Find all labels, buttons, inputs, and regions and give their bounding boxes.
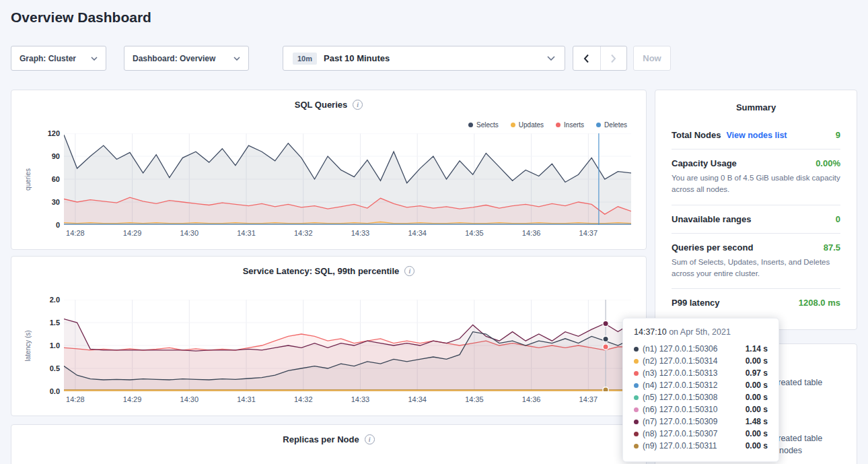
capacity-usage-value: 0.00% <box>816 158 840 168</box>
summary-row-unavailable-ranges: Unavailable ranges 0 <box>672 214 840 224</box>
tooltip-time: 14:37:10 <box>634 327 667 337</box>
now-button-label: Now <box>643 53 661 63</box>
queries-per-second-description: Sum of Selects, Updates, Inserts, and De… <box>672 257 840 280</box>
tooltip-node-row: (n4) 127.0.0.1:503120.00 s <box>634 379 768 391</box>
legend-item[interactable]: Deletes <box>596 121 627 129</box>
x-axis-tick: 14:34 <box>408 229 427 237</box>
tooltip-header: 14:37:10 on Apr 5th, 2021 <box>634 327 768 337</box>
capacity-usage-label: Capacity Usage <box>672 158 737 168</box>
series-color-dot <box>634 371 639 376</box>
event-item: created table <box>774 378 822 387</box>
summary-panel: Summary Total Nodes View nodes list 9 Ca… <box>655 90 857 330</box>
unavailable-ranges-value: 0 <box>836 214 840 224</box>
divider <box>672 288 840 289</box>
series-color-dot <box>634 383 639 388</box>
divider <box>672 205 840 205</box>
divider <box>672 149 840 150</box>
chart-title: Replicas per Node <box>283 434 359 444</box>
y-axis-tick: 90 <box>52 152 60 160</box>
dashboard-dropdown[interactable]: Dashboard: Overview <box>124 46 249 71</box>
info-icon[interactable]: i <box>404 266 414 276</box>
total-nodes-value: 9 <box>836 130 840 140</box>
tooltip-node-row: (n6) 127.0.0.1:503100.00 s <box>634 403 768 416</box>
x-axis-ticks: 14:2814:2914:3014:3114:3214:3314:3414:35… <box>64 229 631 238</box>
y-axis-tick: 2.0 <box>50 296 60 304</box>
info-icon[interactable]: i <box>353 100 363 110</box>
y-axis-ticks: 0306090120 <box>32 133 60 225</box>
series-color-dot <box>634 432 639 436</box>
tooltip-node-row: (n7) 127.0.0.1:503091.48 s <box>634 416 768 428</box>
queries-per-second-label: Queries per second <box>672 242 753 253</box>
legend-item[interactable]: Inserts <box>556 121 584 129</box>
time-range-badge: 10m <box>293 53 317 65</box>
tooltip-node-value: 0.97 s <box>746 368 768 378</box>
tooltip-node-value: 0.00 s <box>746 380 768 390</box>
x-axis-tick: 14:31 <box>237 395 256 403</box>
legend-color-dot <box>511 123 515 127</box>
graph-dropdown[interactable]: Graph: Cluster <box>11 46 106 71</box>
view-nodes-list-link[interactable]: View nodes list <box>726 131 787 140</box>
tooltip-node-value: 1.48 s <box>746 417 768 426</box>
x-axis-tick: 14:35 <box>465 395 484 403</box>
tooltip-node-label: (n1) 127.0.0.1:50306 <box>643 344 717 354</box>
p99-latency-value: 1208.0 ms <box>799 298 840 308</box>
chevron-down-icon <box>91 57 98 61</box>
tooltip-node-value: 1.14 s <box>746 344 768 354</box>
y-axis-ticks: 0.00.51.01.52.0 <box>32 300 60 391</box>
unavailable-ranges-label: Unavailable ranges <box>672 214 752 224</box>
tooltip-rows: (n1) 127.0.0.1:503061.14 s(n2) 127.0.0.1… <box>634 343 768 452</box>
chevron-down-icon <box>547 56 555 61</box>
tooltip-node-row: (n9) 127.0.0.1:503110.00 s <box>634 440 768 452</box>
tooltip-node-row: (n3) 127.0.0.1:503130.97 s <box>634 367 768 379</box>
tooltip-node-label: (n7) 127.0.0.1:50309 <box>643 417 717 426</box>
tooltip-node-label: (n2) 127.0.0.1:50314 <box>643 356 717 366</box>
x-axis-tick: 14:29 <box>123 229 142 237</box>
x-axis-tick: 14:37 <box>579 395 598 403</box>
tooltip-node-row: (n1) 127.0.0.1:503061.14 s <box>634 343 768 355</box>
series-color-dot <box>634 395 639 400</box>
tooltip-node-row: (n5) 127.0.0.1:503080.00 s <box>634 391 768 403</box>
time-prev-button[interactable] <box>573 46 600 70</box>
summary-title: Summary <box>672 102 840 112</box>
x-axis-tick: 14:37 <box>579 229 598 237</box>
time-next-button[interactable] <box>600 46 627 70</box>
y-axis-tick: 0 <box>56 221 60 229</box>
legend-color-dot <box>556 123 560 127</box>
info-icon[interactable]: i <box>365 434 375 444</box>
tooltip-node-label: (n6) 127.0.0.1:50310 <box>643 405 717 414</box>
x-axis-tick: 14:30 <box>180 395 199 403</box>
chevron-down-icon <box>233 57 240 61</box>
time-range-picker[interactable]: 10m Past 10 Minutes <box>283 46 565 71</box>
tooltip-node-label: (n8) 127.0.0.1:50307 <box>643 429 717 438</box>
legend-item[interactable]: Updates <box>511 121 544 129</box>
service-latency-plot-area[interactable] <box>64 300 631 391</box>
y-axis-tick: 1.0 <box>50 341 60 350</box>
x-axis-tick: 14:36 <box>522 229 541 237</box>
x-axis-ticks: 14:2814:2914:3014:3114:3214:3314:3414:35… <box>64 395 631 405</box>
service-latency-chart-panel: Service Latency: SQL, 99th percentile i … <box>11 256 647 416</box>
tooltip-node-label: (n9) 127.0.0.1:50311 <box>643 441 717 451</box>
chart-hover-tooltip: 14:37:10 on Apr 5th, 2021 (n1) 127.0.0.1… <box>622 318 779 462</box>
summary-row-total-nodes: Total Nodes View nodes list 9 <box>672 130 840 140</box>
graph-dropdown-label: Graph: Cluster <box>20 54 76 63</box>
legend-item[interactable]: Selects <box>468 121 499 129</box>
series-color-dot <box>634 407 639 412</box>
x-axis-tick: 14:36 <box>522 395 541 403</box>
x-axis-tick: 14:31 <box>237 229 256 237</box>
summary-row-queries-per-second: Queries per second 87.5 <box>672 242 840 253</box>
y-axis-tick: 0.5 <box>50 364 60 372</box>
tooltip-node-row: (n2) 127.0.0.1:503140.00 s <box>634 355 768 367</box>
now-button[interactable]: Now <box>633 46 671 71</box>
tooltip-node-label: (n5) 127.0.0.1:50308 <box>643 393 717 402</box>
chart-legend: SelectsUpdatesInsertsDeletes <box>468 121 627 129</box>
y-axis-tick: 1.5 <box>50 319 60 327</box>
time-nav-group <box>573 46 627 71</box>
p99-latency-label: P99 latency <box>672 298 720 308</box>
series-color-dot <box>634 347 639 352</box>
sql-queries-chart-panel: SQL Queries i SelectsUpdatesInsertsDelet… <box>11 90 647 250</box>
chart-title-row: Service Latency: SQL, 99th percentile i <box>11 266 646 276</box>
tooltip-node-value: 0.00 s <box>746 393 768 402</box>
sql-queries-plot-area[interactable] <box>64 133 631 225</box>
x-axis-tick: 14:28 <box>66 395 85 403</box>
x-axis-tick: 14:34 <box>408 395 427 403</box>
